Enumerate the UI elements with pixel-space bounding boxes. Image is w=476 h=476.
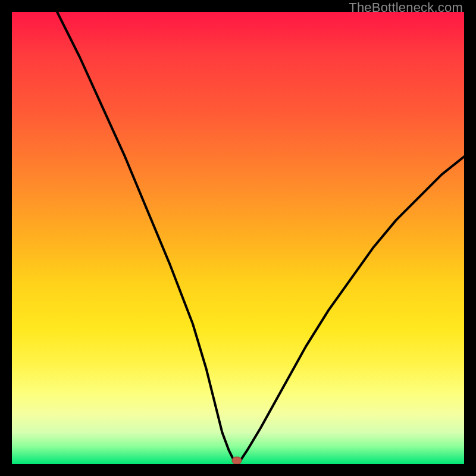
bottleneck-curve — [12, 12, 464, 464]
plot-area — [12, 12, 464, 464]
chart-frame: TheBottleneck.com — [0, 0, 476, 476]
optimal-point-marker — [232, 457, 242, 464]
curve-path — [57, 12, 464, 464]
